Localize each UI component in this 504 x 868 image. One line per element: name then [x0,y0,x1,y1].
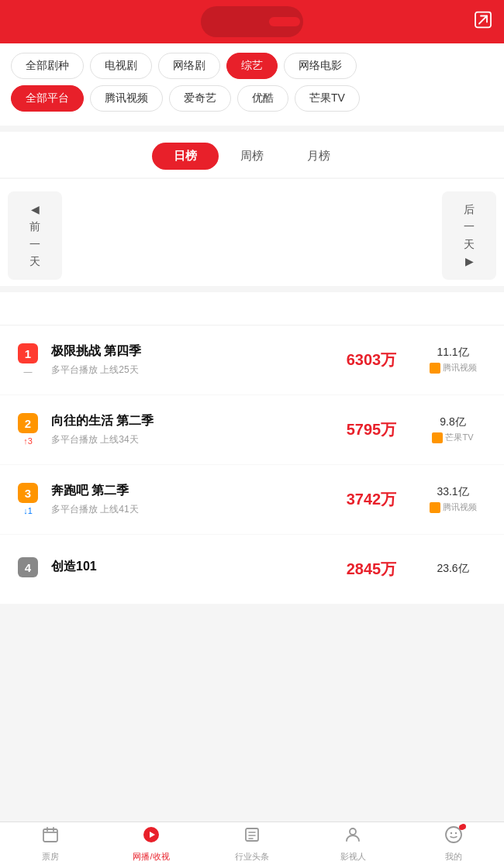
rank-meta-1: 多平台播放 上线25天 [51,363,329,377]
rank-left-3: 3 ↓1 [12,483,43,515]
platform-filter-row: 全部平台腾讯视频爱奇艺优酷芒果TV [11,85,493,112]
rank-left-1: 1 — [12,343,43,376]
tab-online[interactable] [204,17,235,26]
rank-info-1: 极限挑战 第四季 多平台播放 上线25天 [43,343,329,377]
rank-info-4: 创造101 [43,559,329,579]
rank-row-4[interactable]: 4 创造101 2845万 23.6亿 [0,535,504,604]
rank-badge-2: 2 [18,413,38,433]
tab-bar: 日榜周榜月榜 [0,132,504,177]
rank-info-2: 向往的生活 第二季 多平台播放 上线34天 [43,413,329,446]
rank-total-2: 9.8亿 芒果TV [414,415,492,443]
rank-name-3: 奔跑吧 第二季 [51,483,329,499]
rank-total-1: 11.1亿 腾讯视频 [414,346,492,374]
genre-filter-4[interactable]: 网络电影 [284,53,357,79]
platform-filter-1[interactable]: 腾讯视频 [90,85,163,112]
nav-icon-wrap-0 [41,825,60,849]
rank-total-value-1: 11.1亿 [437,346,468,360]
nav-label-2: 行业头条 [235,851,269,863]
genre-filter-0[interactable]: 全部剧种 [11,53,84,79]
rank-total-value-2: 9.8亿 [440,415,465,429]
platform-filter-0[interactable]: 全部平台 [11,85,84,112]
tab-周榜[interactable]: 周榜 [219,143,285,170]
platform-icon-3 [430,502,440,513]
rank-total-3: 33.1亿 腾讯视频 [414,485,492,513]
rank-badge-4: 4 [18,557,38,577]
nav-label-0: 票房 [42,851,59,863]
rankings-list: 1 — 极限挑战 第四季 多平台播放 上线25天 6303万 11.1亿 腾讯视… [0,326,504,604]
next-day-label2: 一 [464,218,475,235]
next-day-button[interactable]: 后 一 天 ▶ [442,191,496,280]
filter-section: 全部剧种电视剧网络剧综艺网络电影 全部平台腾讯视频爱奇艺优酷芒果TV [0,43,504,126]
nav-label-3: 影视人 [340,851,366,863]
platform-name-1: 腾讯视频 [443,362,477,374]
nav-item-1[interactable]: 网播/收视 [101,822,202,865]
svg-point-8 [455,832,457,833]
rank-platform-3: 腾讯视频 [430,501,477,513]
prev-day-label3: 天 [29,253,40,270]
nav-notification-dot [459,825,464,830]
nav-icon-wrap-2 [243,825,261,849]
nav-icon-calendar [41,825,60,844]
tab-月榜[interactable]: 月榜 [285,143,352,170]
platform-icon-2 [432,432,443,443]
tab-tv[interactable] [269,17,300,26]
nav-item-3[interactable]: 影视人 [302,822,403,865]
table-header [0,312,504,326]
nav-icon-article [243,825,261,844]
nav-item-0[interactable]: 票房 [0,822,101,865]
prev-day-button[interactable]: ◀ 前 一 天 [8,191,62,280]
header-tab-group [201,6,303,37]
bottom-nav: 票房 网播/收视 行业头条 影视人 我的 [0,822,504,868]
svg-point-5 [350,828,356,835]
next-day-label3: 天 [464,236,475,253]
platform-name-3: 腾讯视频 [443,501,477,513]
platform-filter-3[interactable]: 优酷 [237,85,288,112]
rank-name-2: 向往的生活 第二季 [51,413,329,429]
prev-day-label: 前 [29,218,40,235]
rank-row-3[interactable]: 3 ↓1 奔跑吧 第二季 多平台播放 上线41天 3742万 33.1亿 腾讯视… [0,465,504,535]
rank-info-3: 奔跑吧 第二季 多平台播放 上线41天 [43,483,329,516]
genre-filter-3[interactable]: 综艺 [226,53,278,79]
rank-name-1: 极限挑战 第四季 [51,343,329,360]
rank-row-1[interactable]: 1 — 极限挑战 第四季 多平台播放 上线25天 6303万 11.1亿 腾讯视… [0,326,504,395]
rank-total-4: 23.6亿 [414,562,492,576]
rank-total-value-4: 23.6亿 [437,562,468,576]
svg-point-7 [450,832,452,833]
nav-label-4: 我的 [445,851,462,863]
svg-rect-1 [43,829,57,842]
prev-arrow-icon: ◀ [31,201,40,218]
nav-label-1: 网播/收视 [133,851,169,863]
rank-platform-1: 腾讯视频 [430,362,477,374]
section-title [0,292,504,312]
header [0,0,504,43]
nav-icon-play [142,825,161,844]
nav-icon-profile [444,825,463,849]
main-content: 全部剧种电视剧网络剧综艺网络电影 全部平台腾讯视频爱奇艺优酷芒果TV 日榜周榜月… [0,43,504,655]
rank-row-2[interactable]: 2 ↑3 向往的生活 第二季 多平台播放 上线34天 5795万 9.8亿 芒果… [0,395,504,465]
nav-item-2[interactable]: 行业头条 [202,822,302,865]
rank-daily-4: 2845万 [329,559,414,580]
tab-日榜[interactable]: 日榜 [152,143,219,170]
prev-day-label2: 一 [29,236,40,253]
platform-filter-2[interactable]: 爱奇艺 [169,85,231,112]
genre-filter-1[interactable]: 电视剧 [90,53,152,79]
rank-left-2: 2 ↑3 [12,413,43,446]
nav-item-4[interactable]: 我的 [403,822,504,865]
next-arrow-icon: ▶ [465,253,474,270]
nav-icon-person [343,825,362,844]
platform-filter-4[interactable]: 芒果TV [295,85,360,112]
rank-total-value-3: 33.1亿 [437,485,468,499]
rank-badge-3: 3 [18,483,38,503]
rank-daily-1: 6303万 [329,350,414,370]
nav-icon-wrap-4 [444,825,463,849]
rank-change-3: ↓1 [23,506,33,515]
share-icon[interactable] [475,12,492,33]
rank-platform-2: 芒果TV [432,432,473,443]
genre-filter-row: 全部剧种电视剧网络剧综艺网络电影 [11,53,493,79]
platform-icon-1 [430,363,440,374]
cat-icon [240,9,264,34]
rank-badge-1: 1 [18,343,38,363]
rank-left-4: 4 [12,557,43,580]
rank-daily-2: 5795万 [329,419,414,440]
genre-filter-2[interactable]: 网络剧 [158,53,220,79]
